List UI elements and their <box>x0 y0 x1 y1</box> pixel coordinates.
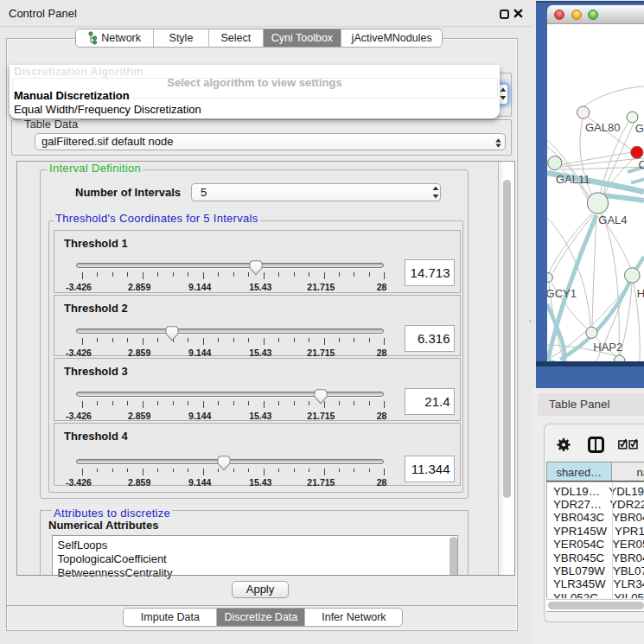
svg-text:GA: GA <box>635 122 644 135</box>
svg-text:GAL4: GAL4 <box>598 214 627 226</box>
svg-text:GCY1: GCY1 <box>547 287 577 300</box>
svg-text:HAP2: HAP2 <box>593 341 622 354</box>
svg-text:C: C <box>639 158 644 171</box>
svg-text:H: H <box>637 287 644 300</box>
svg-text:GAL80: GAL80 <box>585 121 620 134</box>
svg-text:GAL11: GAL11 <box>556 173 590 186</box>
